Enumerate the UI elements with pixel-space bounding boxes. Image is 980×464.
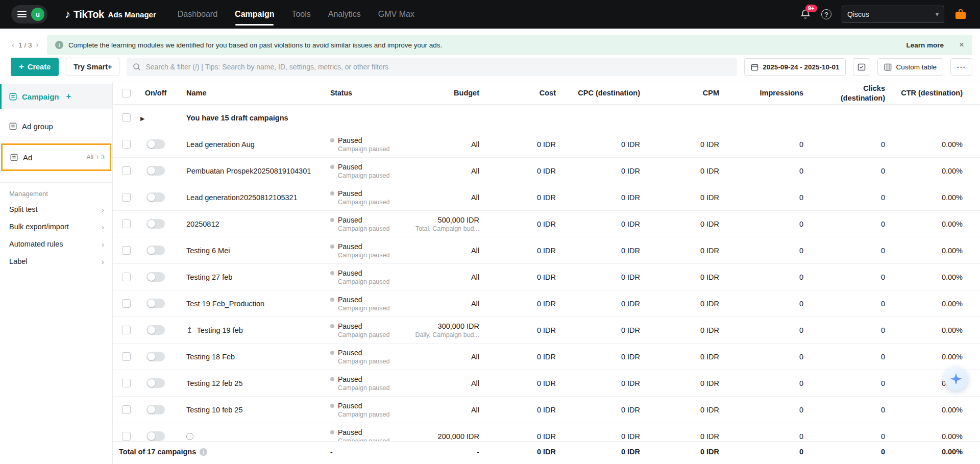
row-checkbox[interactable] <box>122 166 131 175</box>
campaign-name[interactable]: Testing 18 Feb <box>186 353 235 361</box>
row-checkbox[interactable] <box>122 379 131 387</box>
status-subtext: Campaign paused <box>338 145 412 153</box>
row-checkbox[interactable] <box>122 219 131 228</box>
on-off-toggle[interactable] <box>146 299 165 308</box>
expand-triangle-icon[interactable]: ▶ <box>140 115 144 121</box>
on-off-toggle[interactable] <box>146 405 165 414</box>
learn-more-link[interactable]: Learn more <box>906 41 944 49</box>
status-dot-icon <box>330 377 334 381</box>
sidebar-item-ad-group[interactable]: Ad group <box>0 115 112 137</box>
campaign-name[interactable]: Testing 10 feb 25 <box>186 406 242 414</box>
footer-status: - <box>320 448 412 456</box>
campaign-name[interactable]: Lead generation20250812105321 <box>186 193 298 202</box>
row-checkbox[interactable] <box>122 246 131 255</box>
column-header-on-off[interactable]: On/off <box>139 88 172 97</box>
row-checkbox[interactable] <box>122 140 131 149</box>
on-off-toggle[interactable] <box>146 378 165 388</box>
ai-assistant-button[interactable] <box>944 367 968 390</box>
sidebar-item-ad[interactable]: Ad Alt + 3 <box>1 143 111 171</box>
budget-subtext: Daily, Campaign bud... <box>412 331 479 338</box>
notice-banner-row: ‹ 1 / 3 › i Complete the learning module… <box>9 35 972 55</box>
campaign-name[interactable]: Testing 6 Mei <box>186 247 230 255</box>
nav-gmv-max[interactable]: GMV Max <box>378 0 414 29</box>
hamburger-menu-icon[interactable] <box>17 11 27 17</box>
status-text: Paused <box>338 242 362 251</box>
on-off-toggle[interactable] <box>146 166 165 176</box>
help-button[interactable]: ? <box>821 9 831 19</box>
status-subtext: Campaign paused <box>338 225 412 232</box>
custom-table-button[interactable]: Custom table <box>877 58 943 76</box>
column-header-budget[interactable]: Budget <box>412 88 494 97</box>
campaign-name[interactable]: Testing 19 feb <box>197 326 243 334</box>
info-tooltip-icon[interactable]: i <box>200 448 207 456</box>
banner-next-icon[interactable]: › <box>36 40 39 50</box>
on-off-toggle[interactable] <box>146 431 165 441</box>
column-header-cpc-destination[interactable]: CPC (destination) <box>570 88 654 97</box>
on-off-toggle[interactable] <box>146 352 165 361</box>
column-header-cpm[interactable]: CPM <box>654 88 733 97</box>
banner-close-icon[interactable]: × <box>959 40 964 50</box>
row-checkbox[interactable] <box>122 326 131 334</box>
sidebar-item-bulk-export-import[interactable]: Bulk export/import› <box>0 218 112 235</box>
business-center-icon[interactable] <box>954 9 967 20</box>
select-all-checkbox[interactable] <box>122 89 131 97</box>
nav-campaign[interactable]: Campaign <box>235 0 274 29</box>
campaign-name[interactable]: Lead generation Aug <box>186 140 255 149</box>
create-button[interactable]: + Create <box>11 58 59 76</box>
column-header-status[interactable]: Status <box>320 89 412 98</box>
banner-prev-icon[interactable]: ‹ <box>12 40 14 50</box>
ad-doc-icon <box>10 154 18 161</box>
status-dot-icon <box>330 324 334 328</box>
row-checkbox[interactable] <box>122 352 131 361</box>
cpm-value: 0 IDR <box>654 273 733 281</box>
row-checkbox[interactable] <box>122 405 131 414</box>
row-checkbox[interactable] <box>122 193 131 202</box>
status-subtext: Campaign paused <box>338 411 412 418</box>
nav-dashboard[interactable]: Dashboard <box>178 0 217 29</box>
campaign-name[interactable]: Testing 27 feb <box>186 273 232 281</box>
date-range-picker[interactable]: 2025-09-24 - 2025-10-01 <box>744 58 846 76</box>
add-campaign-icon[interactable]: + <box>66 92 71 101</box>
sidebar-item-split-test[interactable]: Split test› <box>0 201 112 218</box>
on-off-toggle[interactable] <box>146 192 165 202</box>
on-off-toggle[interactable] <box>146 139 165 149</box>
campaign-name[interactable]: Test 19 Feb_Production <box>186 300 264 308</box>
on-off-toggle[interactable] <box>146 246 165 255</box>
on-off-toggle[interactable] <box>146 272 165 282</box>
on-off-toggle[interactable] <box>146 325 165 335</box>
more-actions-button[interactable]: ⋯ <box>950 58 972 76</box>
nav-analytics[interactable]: Analytics <box>328 0 361 29</box>
column-header-name[interactable]: Name <box>172 88 320 97</box>
row-checkbox[interactable] <box>122 432 131 441</box>
sidebar-item-label[interactable]: Label› <box>0 253 112 270</box>
search-filter-box[interactable] <box>127 58 737 76</box>
sidebar-item-automated-rules[interactable]: Automated rules› <box>0 235 112 253</box>
sidebar-item-campaign[interactable]: Campaign + <box>0 84 112 109</box>
date-compare-button[interactable] <box>853 58 870 76</box>
account-menu-pill[interactable]: u <box>11 5 47 23</box>
nav-tools[interactable]: Tools <box>291 0 310 29</box>
sidebar-ad-label: Ad <box>23 153 32 162</box>
column-header-clicks-destination[interactable]: Clicks (destination) <box>818 84 899 102</box>
on-off-toggle[interactable] <box>146 219 165 229</box>
row-checkbox[interactable] <box>122 273 131 281</box>
try-smart-plus-button[interactable]: Try Smart+ <box>66 58 119 76</box>
avatar[interactable]: u <box>31 8 44 21</box>
campaign-name[interactable]: 20250812 <box>186 220 219 228</box>
account-selector-dropdown[interactable]: Qiscus ▾ <box>842 6 944 23</box>
search-input[interactable] <box>145 63 731 71</box>
notifications-button[interactable]: 9+ <box>800 9 811 20</box>
account-name: Qiscus <box>847 10 869 18</box>
campaign-name[interactable]: Testing 12 feb 25 <box>186 379 242 387</box>
campaign-name[interactable]: Pembuatan Prospek20250819104301 <box>186 167 311 175</box>
column-header-cost[interactable]: Cost <box>494 88 570 97</box>
budget-value: 200,000 IDR <box>412 432 479 441</box>
column-header-ctr-destination[interactable]: CTR (destination) <box>899 88 980 97</box>
column-header-impressions[interactable]: Impressions <box>733 88 818 97</box>
status-dot-icon <box>330 404 334 408</box>
group-checkbox[interactable] <box>122 113 131 122</box>
sparkle-icon <box>949 372 963 385</box>
row-checkbox[interactable] <box>122 299 131 308</box>
cpc-value: 0 IDR <box>570 140 654 149</box>
management-header: Management <box>0 190 112 198</box>
